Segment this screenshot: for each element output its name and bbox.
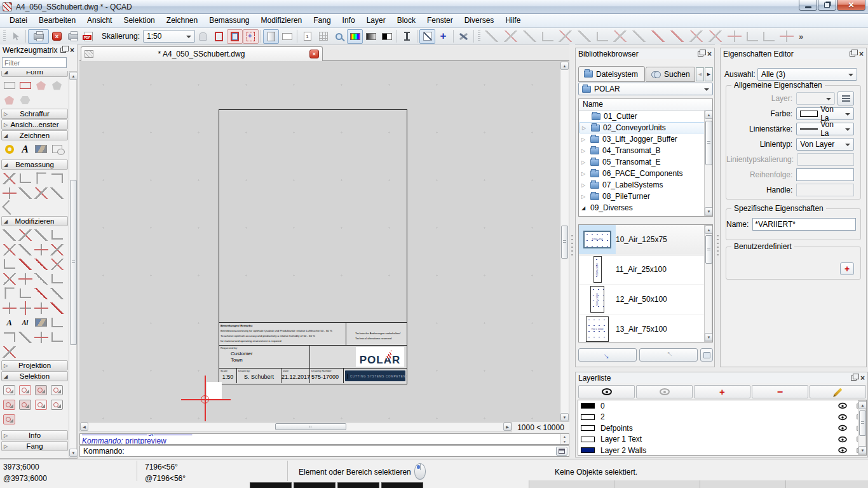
expand-icon[interactable]: ▷ (581, 171, 590, 177)
scroll-down-icon[interactable]: ▼ (858, 446, 867, 454)
dim-diametric-tool[interactable] (49, 186, 65, 200)
menu-layer[interactable]: Layer (361, 14, 391, 27)
bevel-tool-icon[interactable] (763, 32, 775, 41)
close-panel-icon[interactable]: × (859, 51, 864, 57)
modify-tool[interactable] (1, 271, 17, 286)
print-preview-button[interactable] (28, 29, 49, 44)
modify-tool[interactable]: A (1, 315, 17, 330)
tree-item-08-pileturner[interactable]: ▷ 08_PileTurner (579, 191, 712, 202)
library-item-11[interactable]: 250 x 1000 11_Air_25x100 (579, 255, 712, 285)
zoom-auto-button[interactable] (331, 29, 347, 44)
full-color-button[interactable] (347, 29, 363, 44)
toolbar-drag-handle[interactable] (3, 30, 6, 42)
close-panel-icon[interactable]: × (860, 375, 865, 381)
select-tool[interactable] (33, 397, 49, 412)
modify-tool[interactable] (33, 330, 49, 344)
modify-tool[interactable]: Al (17, 315, 33, 330)
multi-page-button[interactable] (315, 29, 331, 44)
modify-tool[interactable] (33, 271, 49, 286)
modify-tool[interactable] (33, 315, 49, 330)
scroll-right-icon[interactable]: ▶ (503, 423, 512, 431)
image-tool[interactable] (33, 142, 49, 156)
expand-icon[interactable]: ▷ (582, 125, 591, 131)
scrollbar-thumb[interactable] (705, 121, 712, 165)
float-panel-icon[interactable] (850, 51, 855, 57)
scrollbar-thumb[interactable] (705, 235, 712, 264)
canvas-h-scrollbar[interactable]: ◀ ▶ (79, 422, 512, 431)
command-history[interactable]: Kommando: drawingpreferences Kommando: p… (79, 433, 569, 445)
toolbar-overflow-chevron[interactable]: » (799, 32, 803, 41)
offset-tool-icon[interactable] (613, 30, 627, 42)
scrollbar-thumb[interactable] (70, 180, 77, 345)
dim-horizontal-tool[interactable] (33, 171, 49, 186)
layer-row-2[interactable]: 2 (578, 412, 866, 423)
select-tool[interactable] (1, 383, 17, 397)
layer-visible-icon[interactable] (838, 414, 847, 420)
menu-zeichnen[interactable]: Zeichnen (161, 14, 203, 27)
modify-tool[interactable] (17, 242, 33, 257)
tree-item-09-diverses[interactable]: ◢ 09_Diverses (579, 202, 712, 214)
circle-tool[interactable] (1, 142, 17, 156)
modify-tool[interactable] (17, 227, 33, 242)
move-tool-icon[interactable] (578, 30, 592, 42)
draworder-input[interactable] (796, 168, 854, 181)
scroll-up-icon[interactable]: ▲ (705, 226, 713, 234)
trim-tool-icon[interactable] (651, 30, 665, 42)
refresh-library-button[interactable] (700, 348, 713, 362)
lineweight-combobox[interactable]: Von La (796, 123, 854, 135)
modify-tool[interactable] (17, 271, 33, 286)
menu-block[interactable]: Block (391, 14, 421, 27)
layer-row-0[interactable]: 0 (578, 400, 866, 412)
edit-layer-button[interactable] (810, 385, 866, 398)
remove-layer-button[interactable]: − (752, 385, 808, 398)
layer-row-defpoints[interactable]: Defpoints (578, 423, 866, 434)
modify-tool[interactable] (1, 227, 17, 242)
rectangle-tool[interactable] (1, 78, 17, 93)
flip-tool-icon[interactable] (504, 30, 518, 42)
hide-all-layers-button[interactable] (636, 385, 693, 398)
dim-radial-tool[interactable] (33, 186, 49, 200)
layer-list-button[interactable] (837, 92, 854, 105)
layer-row-layer1text[interactable]: Layer 1 Text (578, 434, 866, 445)
black-white-button[interactable] (379, 29, 395, 44)
section-schraffur[interactable]: ▷ Schraffur (1, 109, 68, 119)
section-zeichnen[interactable]: ◢ Zeichnen (1, 130, 68, 140)
menu-selektion[interactable]: Selektion (118, 14, 160, 27)
modify-tool[interactable] (17, 257, 33, 271)
paper-origin-button[interactable] (243, 29, 259, 44)
show-all-layers-button[interactable] (578, 385, 635, 398)
select-tool[interactable] (1, 397, 17, 412)
scroll-up-icon[interactable]: ▲ (858, 401, 867, 409)
menu-datei[interactable]: Datei (4, 14, 33, 27)
pdf-export-button[interactable] (81, 29, 97, 44)
tree-item-01-cutter[interactable]: 01_Cutter (579, 111, 712, 122)
grayscale-button[interactable] (363, 29, 379, 44)
minimize-button[interactable] (799, 0, 817, 11)
section-projektion[interactable]: ▷ Projektion (1, 360, 68, 370)
edit-tool-icon[interactable] (728, 30, 742, 42)
maximize-button[interactable] (818, 0, 836, 11)
float-panel-icon[interactable] (851, 376, 857, 381)
section-fang[interactable]: ▷ Fang (1, 441, 68, 451)
insert-flipped-button[interactable]: → (639, 348, 698, 362)
section-ansichtsfenster[interactable]: ▷ Ansich...enster (1, 119, 68, 130)
menu-bearbeiten[interactable]: Bearbeiten (33, 14, 81, 27)
section-selektion[interactable]: ◢ Selektion (1, 371, 68, 381)
layer-visible-icon[interactable] (838, 403, 847, 409)
toolbar-drag-handle-2[interactable] (478, 30, 480, 42)
single-page-button[interactable]: 1 (299, 29, 315, 44)
scroll-up-icon[interactable]: ▲ (69, 72, 78, 80)
align-tool-icon[interactable] (597, 32, 608, 41)
modify-tool[interactable] (49, 330, 65, 344)
clip-tool-icon[interactable] (709, 30, 722, 42)
trim-both-tool-icon[interactable] (670, 30, 684, 42)
rotate-tool-icon[interactable] (559, 30, 573, 42)
library-item-12[interactable]: 500 x 1000 12_Air_50x100 (579, 285, 712, 315)
modify-tool[interactable] (49, 227, 65, 242)
tab-close-button[interactable]: × (309, 50, 319, 58)
polygon-tool[interactable] (33, 78, 49, 93)
scroll-up-icon[interactable]: ▲ (705, 111, 713, 119)
insert-block-button[interactable]: → (578, 348, 637, 362)
modify-tool[interactable] (33, 242, 49, 257)
modify-tool[interactable] (49, 271, 65, 286)
